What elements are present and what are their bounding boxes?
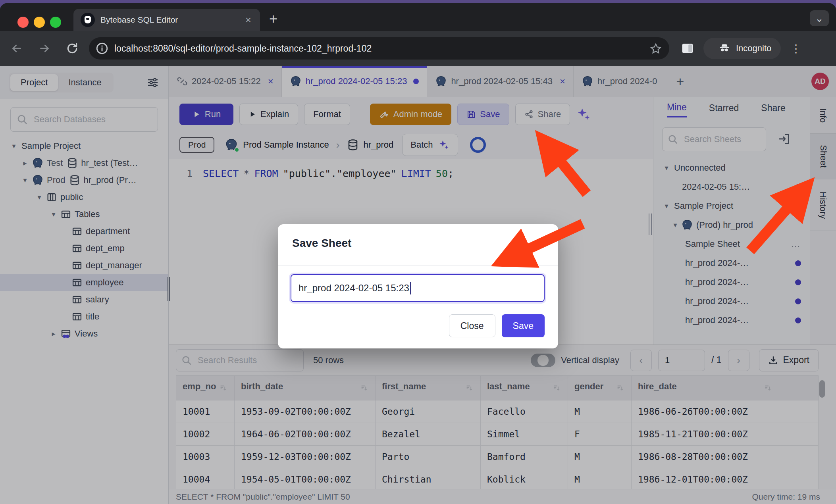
- browser-toolbar: localhost:8080/sql-editor/prod-sample-in…: [0, 31, 836, 66]
- incognito-badge: Incognito: [703, 38, 781, 59]
- sheet-name-value: hr_prod 2024-02-05 15:23: [299, 283, 409, 294]
- url-text: localhost:8080/sql-editor/prod-sample-in…: [114, 43, 372, 54]
- side-panel-icon[interactable]: [680, 41, 695, 56]
- site-info-icon[interactable]: [95, 42, 109, 55]
- address-bar[interactable]: localhost:8080/sql-editor/prod-sample-in…: [89, 37, 669, 60]
- back-icon[interactable]: [10, 42, 23, 55]
- screen: Bytebase SQL Editor × + ⌄ localhost:8080…: [0, 0, 836, 504]
- bookmark-star-icon[interactable]: [649, 42, 662, 55]
- dialog-save-button[interactable]: Save: [502, 314, 545, 337]
- window-close-button[interactable]: [17, 17, 29, 28]
- browser-window: Bytebase SQL Editor × + ⌄ localhost:8080…: [0, 3, 836, 504]
- incognito-label: Incognito: [736, 43, 771, 54]
- new-browser-tab-button[interactable]: +: [269, 12, 277, 26]
- dialog-close-icon[interactable]: ×: [539, 235, 546, 249]
- dialog-close-button[interactable]: Close: [449, 314, 495, 337]
- dialog-title: Save Sheet: [292, 237, 351, 250]
- forward-icon[interactable]: [38, 42, 51, 55]
- bytebase-favicon: [81, 13, 95, 27]
- text-cursor: [410, 282, 411, 294]
- sheet-name-input[interactable]: hr_prod 2024-02-05 15:23: [291, 274, 545, 302]
- incognito-icon: [718, 42, 731, 55]
- browser-tab-close-icon[interactable]: ×: [244, 15, 253, 25]
- window-minimize-button[interactable]: [34, 17, 45, 28]
- browser-tab[interactable]: Bytebase SQL Editor ×: [73, 9, 260, 31]
- save-sheet-dialog: Save Sheet × hr_prod 2024-02-05 15:23 Cl…: [278, 224, 558, 348]
- browser-tab-title: Bytebase SQL Editor: [100, 15, 244, 25]
- window-zoom-button[interactable]: [50, 17, 61, 28]
- bytebase-app: Project Instance ▾ Sample Project: [0, 66, 836, 504]
- dialog-divider: [278, 265, 558, 266]
- reload-icon[interactable]: [66, 42, 79, 55]
- tab-search-chevron-button[interactable]: ⌄: [810, 10, 829, 26]
- browser-tabstrip: Bytebase SQL Editor × + ⌄: [0, 3, 836, 31]
- browser-menu-icon[interactable]: ⋮: [790, 42, 801, 55]
